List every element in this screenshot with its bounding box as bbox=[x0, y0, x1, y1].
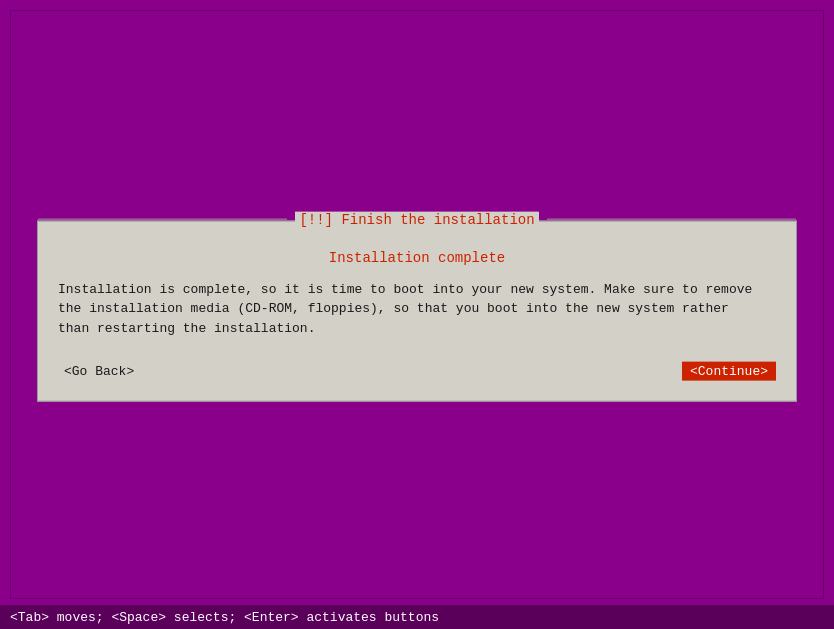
dialog: [!!] Finish the installation Installatio… bbox=[37, 220, 797, 402]
status-bar: <Tab> moves; <Space> selects; <Enter> ac… bbox=[0, 605, 834, 629]
go-back-button[interactable]: <Go Back> bbox=[58, 362, 140, 381]
title-line-left bbox=[38, 219, 287, 220]
dialog-wrapper: [!!] Finish the installation Installatio… bbox=[37, 220, 797, 402]
installation-complete-title: Installation complete bbox=[58, 249, 776, 265]
screen: [!!] Finish the installation Installatio… bbox=[0, 0, 834, 629]
dialog-title: [!!] Finish the installation bbox=[295, 211, 538, 227]
message-line1: Installation is complete, so it is time … bbox=[58, 281, 752, 296]
dialog-title-bar: [!!] Finish the installation bbox=[38, 211, 796, 227]
title-line-right bbox=[547, 219, 796, 220]
dialog-message: Installation is complete, so it is time … bbox=[58, 279, 776, 338]
dialog-content: Installation complete Installation is co… bbox=[38, 221, 796, 401]
status-text: <Tab> moves; <Space> selects; <Enter> ac… bbox=[10, 610, 439, 625]
message-line3: than restarting the installation. bbox=[58, 320, 315, 335]
message-line2: the installation media (CD-ROM, floppies… bbox=[58, 301, 729, 316]
continue-button[interactable]: <Continue> bbox=[682, 362, 776, 381]
dialog-buttons: <Go Back> <Continue> bbox=[58, 358, 776, 381]
